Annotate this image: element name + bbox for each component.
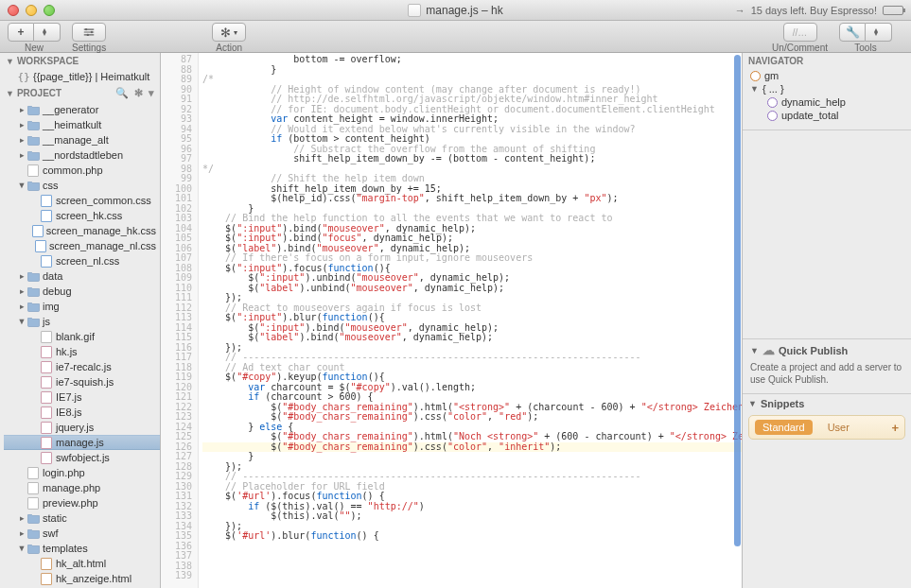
tree-item-label: manage.js [56, 437, 104, 448]
vertical-scrollbar[interactable] [734, 55, 741, 546]
window-title-text: manage.js – hk [426, 4, 502, 17]
folder-js[interactable]: ▼js [4, 314, 160, 329]
snippets-header[interactable]: ▼ Snippets [748, 398, 905, 409]
search-icon[interactable]: 🔍 [115, 87, 129, 99]
css-file-icon [32, 224, 44, 237]
window-controls [8, 5, 55, 16]
tools-button[interactable]: 🔧 [839, 23, 866, 42]
navigator-tree: gm ▼ { ... } dynamic_helpupdate_total [743, 69, 911, 130]
svg-point-0 [85, 28, 87, 30]
disclosure-icon: ▸ [17, 513, 26, 523]
add-snippet-button[interactable]: + [891, 421, 899, 435]
code-content[interactable]: bottom -= overflow; }/* // Height of win… [199, 53, 742, 588]
file-common-php[interactable]: common.php [4, 163, 160, 178]
tree-item-label: IE8.js [56, 406, 82, 418]
folder-__heimatkult[interactable]: ▸__heimatkult [4, 117, 160, 132]
chevron-down-icon: ▼ [750, 346, 759, 355]
tree-item-label: hk_alt.html [56, 558, 106, 569]
file-swfobject.js[interactable]: swfobject.js [4, 450, 160, 465]
folder-__manage_alt[interactable]: ▸__manage_alt [4, 132, 160, 147]
navigator-panel: NAVIGATOR gm ▼ { ... } dynamic_helpupdat… [743, 53, 911, 130]
workspace-document-item[interactable]: {} {{page_title}} | Heimatkult [4, 69, 160, 84]
js-file-icon [40, 360, 53, 373]
css-file-icon [40, 209, 53, 222]
tab-standard[interactable]: Standard [755, 420, 813, 435]
tree-item-label: screen_manage_hk.css [46, 225, 156, 236]
file-manage.js[interactable]: manage.js [4, 435, 160, 450]
file-hk_anzeige.html[interactable]: hk_anzeige.html [4, 571, 160, 586]
quick-publish-header[interactable]: ▼ ☁ Quick Publish [750, 343, 903, 357]
js-file-icon [40, 421, 53, 434]
project-header[interactable]: ▼ PROJECT 🔍 ✻ ▾ [0, 84, 160, 102]
file-manage.php[interactable]: manage.php [4, 480, 160, 495]
zoom-window-button[interactable] [44, 5, 55, 16]
folder-debug[interactable]: ▸debug [4, 284, 160, 299]
tab-user[interactable]: User [820, 420, 857, 435]
folder-data[interactable]: ▸data [4, 268, 160, 284]
folder-static[interactable]: ▸static [4, 510, 160, 526]
js-file-icon [40, 390, 53, 404]
folder-icon [26, 527, 40, 540]
file-blank.gif[interactable]: blank.gif [4, 329, 160, 344]
tree-item-label: ie7-recalc.js [56, 361, 112, 372]
folder-__nordstadtleben[interactable]: ▸__nordstadtleben [4, 147, 160, 163]
nav-item-gm[interactable]: gm [750, 69, 905, 82]
file-jquery.js[interactable]: jquery.js [4, 420, 160, 435]
folder-__generator[interactable]: ▸__generator [4, 102, 160, 117]
gif-file-icon [40, 330, 53, 343]
minimize-window-button[interactable] [26, 5, 37, 16]
tools-dropdown-button[interactable]: ▴▾ [866, 23, 892, 42]
uncomment-button[interactable]: //… [783, 23, 817, 42]
trial-remaining-text[interactable]: 15 days left. Buy Espresso! [751, 5, 877, 16]
action-button[interactable]: ✻ ▾ [212, 23, 246, 42]
disclosure-icon: ▸ [17, 120, 26, 130]
tree-item-label: jquery.js [56, 422, 94, 433]
code-editor[interactable]: 8788899091929394959697989910010110210310… [161, 53, 743, 588]
tree-item-label: debug [43, 285, 72, 297]
nav-item-dynamic_help[interactable]: dynamic_help [750, 95, 905, 109]
nav-label: update_total [781, 110, 839, 121]
settings-button[interactable] [72, 23, 106, 42]
file-hk.js[interactable]: hk.js [4, 344, 160, 359]
gear-icon[interactable]: ✻ [134, 87, 143, 99]
nav-item-update_total[interactable]: update_total [750, 109, 905, 122]
file-login.php[interactable]: login.php [4, 465, 160, 480]
file-ie7-recalc.js[interactable]: ie7-recalc.js [4, 359, 160, 374]
chevron-down-icon: ▼ [750, 84, 759, 94]
tree-item-label: blank.gif [56, 331, 95, 342]
file-IE7.js[interactable]: IE7.js [4, 389, 160, 405]
tree-item-label: js [43, 316, 50, 327]
nav-label: gm [764, 70, 779, 81]
file-screen_nl.css[interactable]: screen_nl.css [4, 253, 160, 268]
folder-icon [26, 179, 40, 192]
js-file-icon [40, 436, 53, 449]
new-tool-group: + ▴▾ New [8, 23, 61, 53]
folder-swf[interactable]: ▸swf [4, 526, 160, 541]
folder-icon [26, 300, 40, 313]
tree-item-label: css [43, 180, 59, 191]
file-screen_common.css[interactable]: screen_common.css [4, 193, 160, 208]
file-ie7-squish.js[interactable]: ie7-squish.js [4, 374, 160, 389]
project-tree: ▸__generator▸__heimatkult▸__manage_alt▸_… [0, 102, 160, 588]
file-screen_hk.css[interactable]: screen_hk.css [4, 208, 160, 223]
tree-item-label: manage.php [43, 482, 100, 493]
new-button[interactable]: + [8, 23, 34, 42]
close-window-button[interactable] [8, 5, 19, 16]
folder-img[interactable]: ▸img [4, 299, 160, 314]
file-hk_alt.html[interactable]: hk_alt.html [4, 556, 160, 571]
file-screen_manage_hk.css[interactable]: screen_manage_hk.css [4, 223, 160, 238]
file-preview.php[interactable]: preview.php [4, 495, 160, 510]
tree-item-label: __manage_alt [43, 134, 109, 146]
workspace-header[interactable]: ▼ WORKSPACE [0, 53, 160, 69]
folder-css[interactable]: ▼css [4, 178, 160, 193]
tools-tool-group: 🔧 ▴▾ Tools [839, 23, 892, 53]
disclosure-icon: ▼ [17, 317, 26, 326]
tree-item-label: swfobject.js [56, 452, 110, 463]
file-IE8.js[interactable]: IE8.js [4, 405, 160, 420]
js-file-icon [40, 375, 53, 389]
file-screen_manage_nl.css[interactable]: screen_manage_nl.css [4, 238, 160, 253]
nav-item-anon[interactable]: ▼ { ... } [750, 82, 905, 95]
new-dropdown-button[interactable]: ▴▾ [34, 23, 61, 42]
folder-templates[interactable]: ▼templates [4, 541, 160, 556]
add-icon[interactable]: ▾ [149, 87, 154, 99]
